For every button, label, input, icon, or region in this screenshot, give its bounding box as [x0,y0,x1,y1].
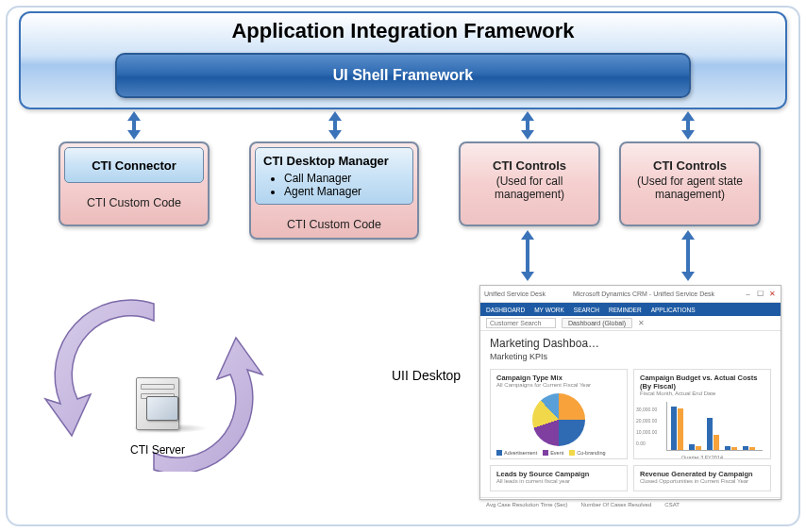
arrow-icon [681,111,695,140]
cti-server-label: CTI Server [110,443,205,457]
app-integration-framework-box: Application Integration Framework UI She… [19,11,787,109]
tab-close-icon[interactable]: ✕ [638,319,645,327]
cti-connector-sub: CTI Custom Code [60,187,208,217]
cti-connector-box: CTI Connector CTI Custom Code [59,141,210,226]
panel-campaign-type-mix: Campaign Type Mix All Campaigns for Curr… [490,369,628,459]
bullet-call-manager: Call Manager [284,172,405,185]
cti-desktop-manager-box: CTI Desktop Manager Call Manager Agent M… [249,141,419,240]
menu-item[interactable]: APPLICATIONS [651,307,696,313]
customer-search-input[interactable] [486,318,556,328]
window-title: Microsoft Dynamics CRM - Unified Service… [573,291,714,297]
cti-desktop-manager-title: CTI Desktop Manager [263,154,405,168]
arrow-icon [127,111,141,140]
app-integration-title: Application Integration Framework [21,13,785,43]
cti-controls-call-title: CTI Controls [468,158,591,173]
arrow-icon [521,111,534,140]
toolbar: Dashboard (Global) ✕ [480,316,781,331]
menu-item[interactable]: REMINDER [609,307,642,313]
maximize-icon[interactable]: ☐ [756,290,764,298]
footer-metric: Avg Case Resolution Time (Sec) [486,502,568,507]
menu-item[interactable]: MY WORK [534,307,564,313]
cti-desktop-manager-bullets: Call Manager Agent Manager [284,172,405,198]
pie-chart-icon [532,393,585,446]
window-titlebar: Unified Service Desk Microsoft Dynamics … [480,286,781,303]
ui-shell-label: UI Shell Framework [333,67,474,84]
panel-sub: All leads in current fiscal year [496,478,621,484]
cti-controls-call-sub: (Used for call management) [468,175,591,201]
uii-desktop-screenshot: Unified Service Desk Microsoft Dynamics … [479,285,781,500]
page-title: Marketing Dashboa… [490,337,771,350]
footer-metric: CSAT [664,502,680,507]
uii-desktop-label: UII Desktop [392,368,461,383]
menu-item[interactable]: DASHBOARD [486,307,525,313]
bullet-agent-manager: Agent Manager [284,185,405,198]
panel-sub: All Campaigns for Current Fiscal Year [496,382,621,388]
cti-server-graphic: CTI Server [110,377,205,457]
bar-chart [666,402,763,451]
panel-campaign-budget-vs-actual: Campaign Budget vs. Actual Costs (By Fis… [633,369,771,459]
menu-bar: DASHBOARD MY WORK SEARCH REMINDER APPLIC… [480,303,781,316]
panel-title: Campaign Type Mix [496,374,621,382]
close-icon[interactable]: ✕ [768,290,777,298]
ui-shell-framework-box: UI Shell Framework [115,53,691,98]
arrow-icon [328,111,342,140]
panel-title: Campaign Budget vs. Actual Costs (By Fis… [640,374,764,391]
panel-sub: Closed Opportunities in Current Fiscal Y… [640,478,764,484]
cti-connector-title: CTI Connector [92,158,176,173]
server-monitor-icon [146,396,178,421]
cti-controls-call-box: CTI Controls (Used for call management) [459,141,600,226]
cti-controls-agent-title: CTI Controls [629,158,751,173]
page-subtitle: Marketing KPIs [490,352,771,361]
window-app-name: Unified Service Desk [484,291,546,297]
panel-revenue-by-campaign: Revenue Generated by Campaign Closed Opp… [633,465,771,491]
tab-dashboard-global[interactable]: Dashboard (Global) [562,318,632,328]
panel-leads-by-source: Leads by Source Campaign All leads in cu… [490,465,628,491]
menu-item[interactable]: SEARCH [574,307,599,313]
bar-xlabel: Quarter 3 FY2014 [640,455,764,459]
panel-sub: Fiscal Month, Actual End Date [640,391,764,396]
cti-controls-agent-box: CTI Controls (Used for agent state manag… [619,141,761,226]
cti-desktop-manager-sub: CTI Custom Code [251,208,417,239]
footer-bar: Avg Case Resolution Time (Sec) Number Of… [480,497,781,510]
panel-title: Revenue Generated by Campaign [640,470,764,478]
cti-controls-agent-sub: (Used for agent state management) [629,175,751,201]
window-controls: – ☐ ✕ [742,290,777,298]
panel-title: Leads by Source Campaign [496,470,621,478]
pie-legend: Advertisement Event Co-branding Other Di… [496,450,621,459]
arrow-icon [521,230,534,281]
minimize-icon[interactable]: – [744,290,752,298]
arrow-icon [681,230,695,281]
footer-metric: Number Of Cases Resolved [581,502,652,507]
